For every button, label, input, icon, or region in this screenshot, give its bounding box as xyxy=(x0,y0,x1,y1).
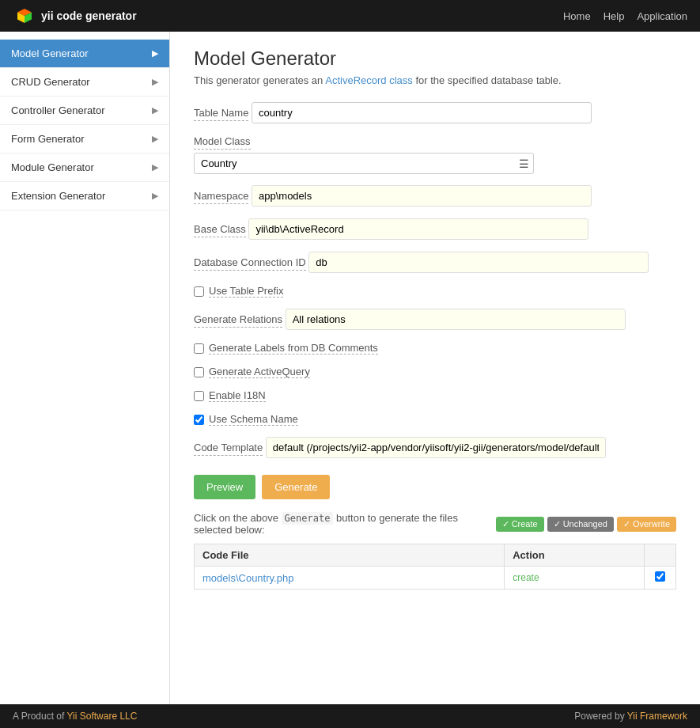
sidebar-item-form-generator[interactable]: Form Generator ▶ xyxy=(0,125,169,154)
use-schema-name-label: Use Schema Name xyxy=(209,413,298,426)
enable-i18n-label: Enable I18N xyxy=(209,389,266,402)
db-connection-group: Database Connection ID xyxy=(194,252,676,274)
badge-overwrite[interactable]: ✓ Overwrite xyxy=(617,517,676,532)
code-template-label: Code Template xyxy=(194,442,263,456)
generate-info-text: Click on the above Generate button to ge… xyxy=(194,512,496,536)
chevron-right-icon: ▶ xyxy=(152,191,158,201)
sidebar-item-crud-generator[interactable]: CRUD Generator ▶ xyxy=(0,68,169,97)
checkmark-icon: ✓ xyxy=(502,519,509,529)
main-content: Model Generator This generator generates… xyxy=(170,32,700,704)
model-class-label: Model Class xyxy=(194,135,251,150)
generate-activequery-label: Generate ActiveQuery xyxy=(209,366,310,378)
namespace-label: Namespace xyxy=(194,190,248,204)
namespace-input[interactable] xyxy=(252,185,592,207)
code-template-input[interactable] xyxy=(266,437,606,458)
yii-framework-link[interactable]: Yii Framework xyxy=(627,711,687,722)
sidebar-item-extension-generator[interactable]: Extension Generator ▶ xyxy=(0,182,169,210)
footer-right: Powered by Yii Framework xyxy=(574,711,687,722)
chevron-right-icon: ▶ xyxy=(152,105,158,116)
generate-activequery-group: Generate ActiveQuery xyxy=(194,366,676,378)
base-class-group: Base Class xyxy=(194,218,676,241)
yii-software-link[interactable]: Yii Software LLC xyxy=(67,711,138,722)
model-class-input-wrapper: ☰ xyxy=(194,153,534,174)
badge-unchanged[interactable]: ✓ Unchanged xyxy=(547,517,614,532)
row-checkbox[interactable] xyxy=(655,571,665,582)
model-class-input[interactable] xyxy=(194,153,534,174)
page-description: This generator generates an ActiveRecord… xyxy=(194,74,676,86)
footer: A Product of Yii Software LLC Powered by… xyxy=(0,704,700,728)
nav-application[interactable]: Application xyxy=(637,10,687,22)
page-title: Model Generator xyxy=(194,47,676,70)
sidebar: Model Generator ▶ CRUD Generator ▶ Contr… xyxy=(0,32,170,704)
activerecord-link[interactable]: ActiveRecord class xyxy=(325,74,413,86)
namespace-group: Namespace xyxy=(194,185,676,207)
generate-labels-label: Generate Labels from DB Comments xyxy=(209,342,378,355)
use-schema-name-checkbox[interactable] xyxy=(194,415,204,425)
chevron-right-icon: ▶ xyxy=(152,77,158,87)
table-name-label: Table Name xyxy=(194,107,248,121)
action-cell: create xyxy=(505,567,645,590)
form-buttons: Preview Generate xyxy=(194,475,676,499)
layout: Model Generator ▶ CRUD Generator ▶ Contr… xyxy=(0,32,700,704)
chevron-right-icon: ▶ xyxy=(152,134,158,144)
code-template-group: Code Template xyxy=(194,437,676,459)
logo: yii code generator xyxy=(13,4,137,28)
file-table: Code File Action models\Country.php crea… xyxy=(194,544,676,590)
generate-relations-label: Generate Relations xyxy=(194,313,282,328)
nav-home[interactable]: Home xyxy=(563,10,591,22)
checkmark-icon: ✓ xyxy=(623,519,630,529)
base-class-label: Base Class xyxy=(194,223,246,237)
header: yii code generator Home Help Application xyxy=(0,0,700,32)
header-nav: Home Help Application xyxy=(563,10,687,22)
generate-labels-checkbox[interactable] xyxy=(194,343,204,354)
file-link[interactable]: models\Country.php xyxy=(202,572,293,584)
generate-info-row: Click on the above Generate button to ge… xyxy=(194,512,676,536)
chevron-right-icon: ▶ xyxy=(152,48,158,59)
table-row: models\Country.php create xyxy=(195,567,676,590)
generate-labels-group: Generate Labels from DB Comments xyxy=(194,342,676,355)
db-connection-label: Database Connection ID xyxy=(194,256,306,271)
generate-relations-input[interactable] xyxy=(286,309,626,330)
use-table-prefix-checkbox[interactable] xyxy=(194,286,204,297)
row-checkbox-cell xyxy=(645,567,676,590)
sidebar-item-module-generator[interactable]: Module Generator ▶ xyxy=(0,154,169,182)
use-table-prefix-group: Use Table Prefix xyxy=(194,285,676,298)
generate-button[interactable]: Generate xyxy=(262,475,330,499)
nav-help[interactable]: Help xyxy=(604,10,625,22)
checkmark-icon: ✓ xyxy=(554,519,561,529)
sidebar-item-controller-generator[interactable]: Controller Generator ▶ xyxy=(0,97,169,125)
list-icon[interactable]: ☰ xyxy=(519,157,529,170)
base-class-input[interactable] xyxy=(248,218,588,240)
table-name-input[interactable] xyxy=(252,102,592,123)
enable-i18n-group: Enable I18N xyxy=(194,389,676,402)
chevron-right-icon: ▶ xyxy=(152,162,158,173)
logo-text: yii code generator xyxy=(41,9,137,22)
badge-row: ✓ Create ✓ Unchanged ✓ Overwrite xyxy=(496,517,676,532)
generate-activequery-checkbox[interactable] xyxy=(194,367,204,377)
generate-relations-group: Generate Relations xyxy=(194,309,676,331)
col-header-action: Action xyxy=(505,544,645,567)
model-class-group: Model Class ☰ xyxy=(194,135,676,174)
use-table-prefix-label: Use Table Prefix xyxy=(209,285,283,298)
yii-logo-icon xyxy=(13,4,36,28)
sidebar-item-model-generator[interactable]: Model Generator ▶ xyxy=(0,40,169,68)
badge-create[interactable]: ✓ Create xyxy=(496,517,544,532)
preview-button[interactable]: Preview xyxy=(194,475,255,499)
use-schema-name-group: Use Schema Name xyxy=(194,413,676,426)
col-header-code-file: Code File xyxy=(195,544,505,567)
col-header-checkbox xyxy=(645,544,676,567)
file-cell: models\Country.php xyxy=(195,567,505,590)
enable-i18n-checkbox[interactable] xyxy=(194,391,204,401)
db-connection-input[interactable] xyxy=(308,252,649,273)
table-name-group: Table Name xyxy=(194,102,676,124)
footer-left: A Product of Yii Software LLC xyxy=(13,711,137,722)
